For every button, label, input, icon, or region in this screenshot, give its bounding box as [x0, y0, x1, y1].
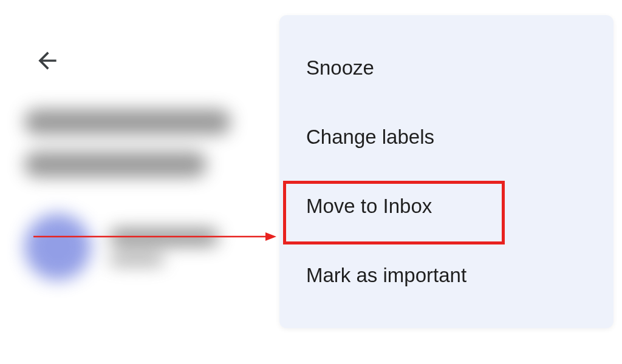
back-arrow-icon	[34, 47, 61, 74]
context-menu: Snooze Change labels Move to Inbox Mark …	[279, 15, 613, 328]
menu-item-mark-as-important[interactable]: Mark as important	[279, 241, 613, 310]
back-arrow-button[interactable]	[34, 47, 61, 74]
menu-item-change-labels[interactable]: Change labels	[279, 103, 613, 172]
menu-item-move-to-inbox[interactable]: Move to Inbox	[279, 172, 613, 241]
blurred-email-content	[24, 109, 279, 280]
menu-item-snooze[interactable]: Snooze	[279, 33, 613, 103]
